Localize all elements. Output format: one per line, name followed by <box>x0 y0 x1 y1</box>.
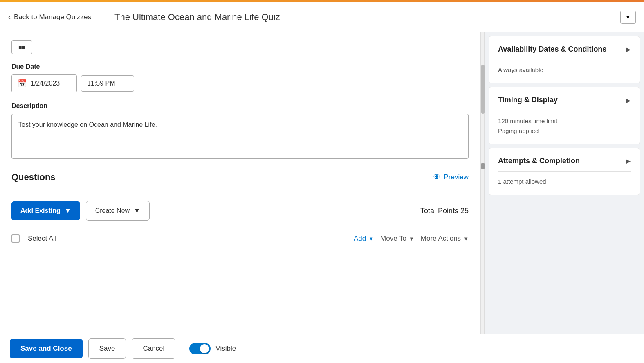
back-to-quizzes-link[interactable]: ‹ Back to Manage Quizzes <box>8 13 103 21</box>
timing-title: Timing & Display <box>498 95 558 105</box>
save-button[interactable]: Save <box>88 338 126 359</box>
visible-row: Visible <box>189 343 236 354</box>
chevron-down-icon: ▾ <box>626 14 630 21</box>
toggle-knob <box>200 344 209 353</box>
cancel-button[interactable]: Cancel <box>132 338 175 359</box>
add-existing-chevron: ▼ <box>65 207 71 214</box>
description-textarea[interactable]: Test your knowledge on Ocean and Marine … <box>11 114 469 159</box>
availability-chevron-right-icon: ▶ <box>626 45 631 53</box>
move-to-button[interactable]: Move To ▼ <box>380 234 414 243</box>
questions-header: Questions 👁 Preview <box>11 172 469 183</box>
back-arrow-icon: ‹ <box>8 13 11 21</box>
preview-icon: 👁 <box>433 173 441 182</box>
footer: Save and Close Save Cancel Visible <box>0 334 644 363</box>
back-link-label: Back to Manage Quizzes <box>14 13 91 21</box>
preview-button[interactable]: 👁 Preview <box>433 173 469 182</box>
cancel-label: Cancel <box>143 345 164 352</box>
total-points: Total Points 25 <box>420 207 469 215</box>
calendar-icon: 📅 <box>18 79 27 88</box>
availability-card: Availability Dates & Conditions ▶ Always… <box>489 36 640 83</box>
timing-card: Timing & Display ▶ 120 minutes time limi… <box>489 87 640 144</box>
right-panel: Availability Dates & Conditions ▶ Always… <box>485 32 644 334</box>
move-to-label: Move To <box>380 234 406 243</box>
scrollbar-handle[interactable] <box>481 163 485 169</box>
select-all-label: Select All <box>28 234 56 243</box>
timing-info1: 120 minutes time limit <box>498 116 631 126</box>
attempts-card: Attempts & Completion ▶ 1 attempt allowe… <box>489 148 640 195</box>
toggle-dot <box>193 347 197 351</box>
action-row: Add Existing ▼ Create New ▼ Total Points… <box>11 201 469 221</box>
header-dropdown-button[interactable]: ▾ <box>620 11 636 24</box>
select-all-checkbox[interactable] <box>11 234 20 243</box>
availability-divider <box>498 60 631 60</box>
visible-toggle[interactable] <box>189 343 211 354</box>
add-chevron-down-icon: ▼ <box>368 236 374 242</box>
hidden-button-1[interactable]: ■■ <box>11 40 32 54</box>
due-time-value: 11:59 PM <box>87 80 115 87</box>
questions-title: Questions <box>11 172 56 183</box>
header-right: ▾ <box>620 11 636 24</box>
select-actions: Add ▼ Move To ▼ More Actions ▼ <box>354 234 469 243</box>
availability-card-header[interactable]: Availability Dates & Conditions ▶ <box>498 45 631 54</box>
timing-divider <box>498 111 631 111</box>
attempts-info: 1 attempt allowed <box>498 177 631 187</box>
add-dropdown-label: Add <box>354 234 366 243</box>
save-and-close-button[interactable]: Save and Close <box>10 339 83 358</box>
questions-section: Questions 👁 Preview Add Existing ▼ Creat… <box>11 172 469 245</box>
main-layout: ■■ ​ Due Date 📅 1/24/2023 11:59 PM Descr… <box>0 32 644 334</box>
visible-label: Visible <box>215 345 236 353</box>
header: ‹ Back to Manage Quizzes The Ultimate Oc… <box>0 2 644 32</box>
save-and-close-label: Save and Close <box>20 345 72 352</box>
due-time-input[interactable]: 11:59 PM <box>81 75 134 92</box>
questions-divider <box>11 192 469 192</box>
select-row: Select All Add ▼ Move To ▼ More Actions … <box>11 232 469 245</box>
create-new-chevron: ▼ <box>134 207 140 214</box>
more-actions-chevron-down-icon: ▼ <box>463 236 469 242</box>
due-date-value: 1/24/2023 <box>31 80 60 87</box>
due-date-input[interactable]: 📅 1/24/2023 <box>11 74 77 92</box>
availability-title: Availability Dates & Conditions <box>498 45 606 54</box>
top-controls-row: ■■ ​ <box>11 40 469 54</box>
save-label: Save <box>99 345 115 352</box>
add-existing-button[interactable]: Add Existing ▼ <box>11 201 80 220</box>
add-dropdown-button[interactable]: Add ▼ <box>354 234 374 243</box>
timing-info2: Paging applied <box>498 126 631 136</box>
timing-card-header[interactable]: Timing & Display ▶ <box>498 95 631 105</box>
due-date-row: 📅 1/24/2023 11:59 PM <box>11 74 469 92</box>
attempts-divider <box>498 171 631 172</box>
scrollbar-divider[interactable] <box>480 32 485 334</box>
attempts-chevron-right-icon: ▶ <box>626 157 631 165</box>
add-existing-label: Add Existing <box>20 207 61 214</box>
more-actions-label: More Actions <box>421 234 461 243</box>
description-label: Description <box>11 102 469 110</box>
due-date-label: Due Date <box>11 63 469 70</box>
attempts-title: Attempts & Completion <box>498 156 580 166</box>
page-title: The Ultimate Ocean and Marine Life Quiz <box>103 12 620 23</box>
timing-chevron-right-icon: ▶ <box>626 97 631 104</box>
preview-label: Preview <box>444 173 469 181</box>
scrollbar-thumb <box>481 65 485 114</box>
create-new-button[interactable]: Create New ▼ <box>86 201 150 221</box>
create-new-label: Create New <box>95 207 130 214</box>
availability-info: Always available <box>498 65 631 75</box>
more-actions-button[interactable]: More Actions ▼ <box>421 234 469 243</box>
move-to-chevron-down-icon: ▼ <box>409 236 414 242</box>
left-panel: ■■ ​ Due Date 📅 1/24/2023 11:59 PM Descr… <box>0 32 480 334</box>
attempts-card-header[interactable]: Attempts & Completion ▶ <box>498 156 631 166</box>
